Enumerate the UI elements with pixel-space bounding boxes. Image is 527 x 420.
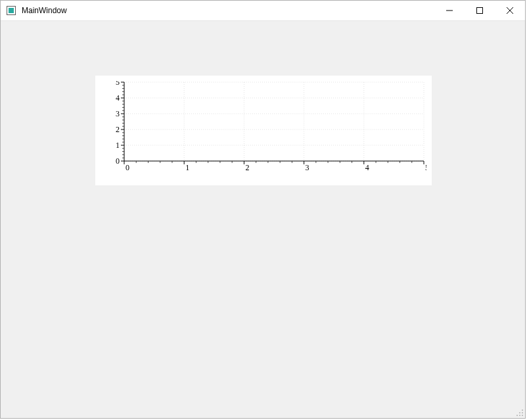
svg-text:5: 5 (425, 163, 426, 172)
maximize-button[interactable] (465, 1, 495, 20)
svg-text:3: 3 (306, 163, 309, 172)
svg-text:1: 1 (116, 141, 120, 150)
svg-text:4: 4 (116, 93, 120, 103)
svg-point-87 (516, 415, 518, 416)
svg-rect-3 (477, 8, 483, 14)
svg-text:4: 4 (365, 163, 369, 172)
svg-text:0: 0 (126, 163, 129, 172)
svg-text:5: 5 (116, 81, 120, 87)
svg-point-89 (522, 415, 523, 416)
svg-text:2: 2 (245, 163, 249, 172)
client-area: 012345012345 (1, 21, 525, 418)
app-icon (6, 5, 16, 16)
svg-rect-1 (9, 8, 14, 13)
main-window: MainWindow 012345012345 (0, 0, 526, 419)
svg-text:2: 2 (116, 125, 120, 134)
svg-text:3: 3 (116, 109, 120, 118)
resize-grip-icon[interactable] (515, 408, 524, 417)
window-title: MainWindow (22, 6, 67, 15)
svg-text:0: 0 (116, 156, 120, 166)
svg-point-88 (519, 415, 520, 416)
minimize-button[interactable] (434, 1, 465, 20)
svg-point-85 (519, 412, 520, 413)
chart-panel: 012345012345 (95, 76, 432, 185)
titlebar: MainWindow (1, 1, 525, 21)
chart-axes[interactable]: 012345012345 (112, 81, 426, 172)
close-button[interactable] (495, 1, 525, 20)
svg-point-84 (522, 409, 523, 411)
svg-text:1: 1 (185, 163, 189, 172)
svg-point-86 (522, 412, 523, 413)
